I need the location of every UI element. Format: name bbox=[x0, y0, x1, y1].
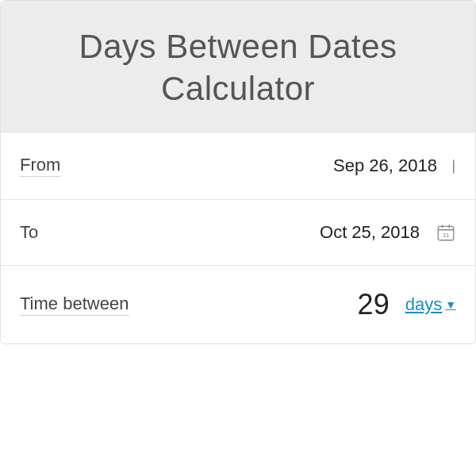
to-row: To Oct 25, 2018 31 bbox=[1, 199, 475, 265]
result-row: Time between 29 days ▼ bbox=[1, 265, 475, 344]
calendar-icon[interactable] bbox=[453, 155, 456, 176]
result-value-area: 29 days ▼ bbox=[358, 288, 456, 321]
result-value: 29 bbox=[358, 288, 390, 321]
calendar-icon[interactable]: 31 bbox=[436, 222, 456, 243]
from-value-area: Sep 26, 2018 bbox=[333, 155, 456, 176]
page-title: Days Between Dates Calculator bbox=[17, 26, 459, 109]
unit-dropdown[interactable]: days ▼ bbox=[405, 294, 456, 315]
from-label: From bbox=[20, 155, 60, 177]
to-date-input[interactable]: Oct 25, 2018 bbox=[320, 222, 420, 243]
svg-text:31: 31 bbox=[443, 232, 449, 239]
to-label: To bbox=[20, 222, 38, 243]
unit-label: days bbox=[405, 294, 442, 315]
result-label: Time between bbox=[20, 294, 129, 316]
from-date-input[interactable]: Sep 26, 2018 bbox=[333, 155, 437, 176]
card-header: Days Between Dates Calculator bbox=[1, 1, 475, 132]
calculator-card: Days Between Dates Calculator From Sep 2… bbox=[0, 0, 476, 344]
to-value-area: Oct 25, 2018 31 bbox=[320, 222, 456, 243]
svg-rect-0 bbox=[453, 159, 454, 173]
chevron-down-icon: ▼ bbox=[445, 298, 456, 311]
from-row: From Sep 26, 2018 bbox=[1, 132, 475, 199]
